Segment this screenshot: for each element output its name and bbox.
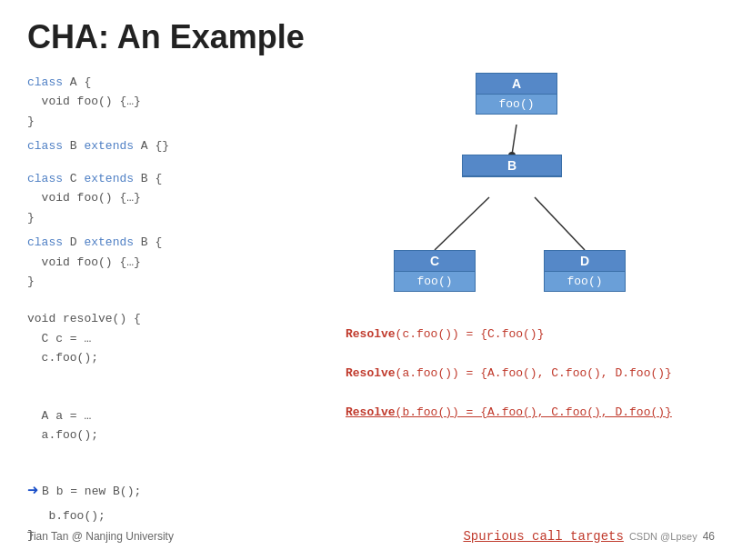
resolve-b-formula: Resolve(b.foo()) = {A.foo(), C.foo(), D.… — [346, 405, 672, 419]
code-block-c: class C extends B { void foo() {…} } — [27, 169, 309, 227]
class-name-c: C — [395, 251, 475, 272]
kw-class-b: class — [27, 139, 63, 153]
code-block-d: class D extends B { void foo() {…} } — [27, 233, 309, 291]
kw-class-c: class — [27, 172, 63, 185]
page: CHA: An Example class A { void foo() {…}… — [0, 0, 742, 560]
svg-line-0 — [512, 125, 516, 155]
class-method-c: foo() — [395, 272, 475, 291]
svg-line-1 — [435, 197, 489, 250]
class-name-b: B — [463, 155, 561, 176]
page-title: CHA: An Example — [27, 18, 715, 56]
class-box-b: B — [462, 155, 562, 177]
kw-extends-b: extends — [84, 139, 134, 153]
main-content: class A { void foo() {…} } class B exten… — [27, 73, 715, 550]
watermark: CSDN @Lpsey — [629, 531, 697, 542]
class-method-d: foo() — [545, 272, 625, 291]
class-box-d: D foo() — [544, 250, 626, 292]
resolve-c-formula: Resolve(c.foo()) = {C.foo()} — [346, 327, 544, 341]
code-b-line1: B b = new B(); — [42, 485, 141, 498]
kw-extends-c: extends — [84, 172, 134, 185]
resolve-c-bold: Resolve — [346, 327, 396, 341]
resolve-a-formula: Resolve(a.foo()) = {A.foo(), C.foo(), D.… — [346, 366, 672, 380]
class-method-a: foo() — [476, 95, 556, 114]
resolve-b-bold: Resolve — [346, 405, 396, 419]
page-number: 46 — [703, 530, 715, 543]
class-name-a: A — [476, 74, 556, 95]
resolve-b-item: Resolve(b.foo()) = {A.foo(), C.foo(), D.… — [327, 405, 715, 419]
class-name-d: D — [545, 251, 625, 272]
code-block-a: class A { void foo() {…} } — [27, 73, 309, 131]
code-block-b: class B extends A {} — [27, 136, 309, 155]
resolve-a-item: Resolve(a.foo()) = {A.foo(), C.foo(), D.… — [327, 366, 715, 380]
arrow-indicator: ➜ — [27, 476, 38, 506]
kw-class-a: class — [27, 75, 63, 89]
formula-area: Resolve(c.foo()) = {C.foo()} Resolve(a.f… — [318, 327, 715, 419]
svg-line-2 — [535, 197, 585, 250]
attribution: Tian Tan @ Nanjing University — [27, 530, 174, 543]
spurious-label: Spurious call targets — [463, 529, 623, 544]
bottom-bar: Tian Tan @ Nanjing University Spurious c… — [27, 529, 715, 544]
code-a-foo: A a = … a.foo(); — [27, 406, 309, 445]
class-diagram: A foo() B C foo() D foo() — [389, 73, 644, 318]
resolve-c-item: Resolve(c.foo()) = {C.foo()} — [327, 327, 715, 341]
resolve-items: A a = … a.foo(); ➜B b = new B(); b.foo()… — [27, 377, 309, 545]
kw-class-d: class — [27, 235, 63, 249]
code-resolve-header: void resolve() { C c = … c.foo(); — [27, 309, 309, 367]
code-panel: class A { void foo() {…} } class B exten… — [27, 73, 309, 550]
kw-extends-d: extends — [84, 235, 134, 249]
right-panel: A foo() B C foo() D foo() — [318, 73, 715, 550]
class-box-a: A foo() — [476, 73, 557, 115]
class-box-c: C foo() — [394, 250, 476, 292]
resolve-a-bold: Resolve — [346, 366, 396, 380]
